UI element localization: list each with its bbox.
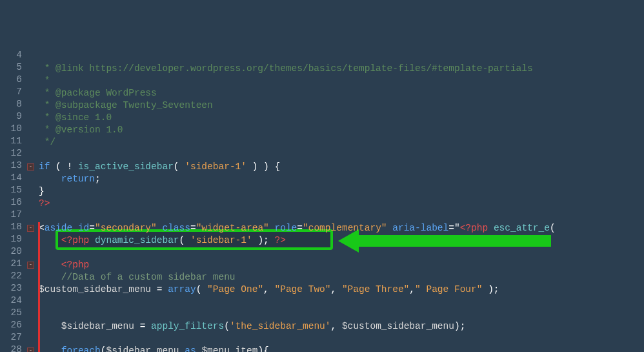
token: , xyxy=(331,321,342,331)
change-marker xyxy=(38,259,40,271)
token: = xyxy=(297,223,303,233)
token: = xyxy=(190,223,196,233)
token xyxy=(39,260,61,270)
token xyxy=(39,235,61,245)
token: , xyxy=(263,284,274,295)
line-number-gutter: 4567891011121314151617181920212223242526… xyxy=(0,49,27,352)
fold-toggle[interactable]: - xyxy=(27,347,34,352)
code-line[interactable]: foreach($sidebar_menu as $menu_item){ xyxy=(39,345,269,352)
token: "widget-area" xyxy=(196,223,269,233)
token xyxy=(89,235,95,245)
token: ) ) { xyxy=(247,161,280,172)
token xyxy=(39,272,61,282)
code-line[interactable]: $custom_sidebar_menu = array( "Page One"… xyxy=(39,284,499,296)
code-line[interactable]: * @since 1.0 xyxy=(39,112,112,124)
fold-toggle[interactable]: - xyxy=(27,163,34,171)
token: aria-label xyxy=(392,223,448,233)
token: ); xyxy=(482,284,499,295)
token: apply_filters xyxy=(151,321,224,331)
token: foreach xyxy=(61,346,101,352)
token: * @link https://developer.wordpress.org/… xyxy=(39,63,533,74)
token: $sidebar_menu xyxy=(106,346,179,352)
code-line[interactable]: <?php xyxy=(39,259,89,271)
token: 'sidebar-1' xyxy=(190,235,252,245)
token: * @subpackage Twenty_Seventeen xyxy=(39,100,213,110)
token: =" xyxy=(448,223,459,233)
token: $custom_sidebar_menu xyxy=(342,321,454,331)
token: * @version 1.0 xyxy=(39,125,123,135)
fold-column: ---- xyxy=(27,49,35,352)
line-number: 21 xyxy=(0,258,22,270)
change-marker xyxy=(38,271,40,284)
token: = xyxy=(89,223,95,233)
token: "Page Three" xyxy=(342,284,409,295)
change-marker xyxy=(38,320,40,333)
code-line[interactable]: * @link https://developer.wordpress.org/… xyxy=(39,63,533,75)
token: ( xyxy=(550,223,556,233)
token: ; xyxy=(95,174,101,184)
token: as xyxy=(185,346,196,352)
token: ?> xyxy=(39,198,50,209)
token: dynamic_sidebar xyxy=(95,235,179,245)
token: ( xyxy=(224,321,230,331)
code-line[interactable]: //Data of a custom sidebar menu xyxy=(39,271,236,284)
token: $menu_item xyxy=(201,346,257,352)
token xyxy=(39,321,61,331)
code-editor[interactable]: 4567891011121314151617181920212223242526… xyxy=(0,49,644,352)
code-line[interactable]: if ( ! is_active_sidebar( 'sidebar-1' ) … xyxy=(39,161,280,173)
line-number: 23 xyxy=(0,282,22,295)
fold-toggle[interactable]: - xyxy=(27,225,34,232)
code-line[interactable]: } xyxy=(39,185,45,198)
line-number: 19 xyxy=(0,233,22,245)
change-marker xyxy=(38,284,40,296)
code-line[interactable]: <aside id="secondary" class="widget-area… xyxy=(39,222,556,234)
change-marker xyxy=(38,296,40,308)
code-line[interactable]: * xyxy=(39,75,50,87)
line-number: 24 xyxy=(0,295,22,307)
line-number: 25 xyxy=(0,307,22,319)
token: = xyxy=(151,284,168,295)
code-line[interactable]: * @subpackage Twenty_Seventeen xyxy=(39,99,213,112)
line-number: 15 xyxy=(0,184,22,196)
token: $custom_sidebar_menu xyxy=(39,284,151,295)
line-number: 4 xyxy=(0,49,22,61)
fold-toggle[interactable]: - xyxy=(27,262,34,269)
token: //Data of a custom sidebar menu xyxy=(61,272,236,282)
change-marker xyxy=(38,345,40,352)
token: array xyxy=(168,284,196,295)
code-line[interactable]: */ xyxy=(39,136,55,149)
code-line[interactable]: * @version 1.0 xyxy=(39,124,123,136)
token: ( xyxy=(179,235,190,245)
line-number: 26 xyxy=(0,319,22,331)
token xyxy=(39,174,61,184)
change-marker xyxy=(38,247,40,259)
line-number: 5 xyxy=(0,61,22,74)
token: $sidebar_menu xyxy=(61,321,134,331)
change-marker xyxy=(38,234,40,247)
token: 'the_sidebar_menu' xyxy=(230,321,331,331)
line-number: 12 xyxy=(0,147,22,160)
token: <?php xyxy=(61,260,90,270)
token: "Page One" xyxy=(207,284,263,295)
line-number: 13 xyxy=(0,160,22,172)
line-number: 28 xyxy=(0,344,22,352)
token: * xyxy=(39,76,50,86)
line-number: 22 xyxy=(0,270,22,282)
code-line[interactable]: $sidebar_menu = apply_filters('the_sideb… xyxy=(39,320,465,333)
token: , xyxy=(331,284,342,295)
token: 'sidebar-1' xyxy=(185,161,247,172)
code-line[interactable]: return; xyxy=(39,173,101,185)
line-number: 17 xyxy=(0,209,22,221)
token: = xyxy=(134,321,151,331)
token xyxy=(72,223,78,233)
token xyxy=(387,223,393,233)
code-area[interactable]: * @link https://developer.wordpress.org/… xyxy=(35,49,644,352)
token: */ xyxy=(39,137,55,147)
code-line[interactable]: <?php dynamic_sidebar( 'sidebar-1' ); ?> xyxy=(39,234,286,247)
code-line[interactable]: ?> xyxy=(39,198,50,210)
code-line[interactable]: * @package WordPress xyxy=(39,87,157,99)
token: * @package WordPress xyxy=(39,88,157,98)
token xyxy=(488,223,494,233)
token xyxy=(269,223,275,233)
arrow-annotation xyxy=(338,229,372,278)
